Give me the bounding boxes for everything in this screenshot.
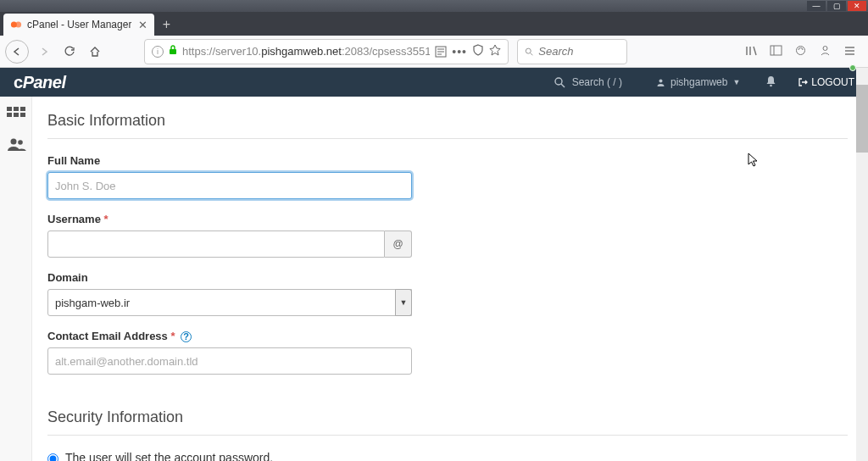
address-bar[interactable]: i https://server10.pishgamweb.net:2083/c… <box>144 39 509 64</box>
password-option-user-radio[interactable] <box>47 453 58 461</box>
help-icon[interactable]: ? <box>181 331 192 342</box>
svg-rect-24 <box>14 107 19 111</box>
cpanel-header: cPanel Search ( / ) pishgamweb ▼ LOGOUT <box>0 68 868 97</box>
search-icon <box>554 77 565 88</box>
svg-point-15 <box>823 46 827 50</box>
new-tab-button[interactable]: + <box>154 14 178 36</box>
search-icon <box>525 47 533 57</box>
url-text: https://server10.pishgamweb.net:2083/cps… <box>182 45 430 58</box>
divider <box>47 138 848 139</box>
page-actions-icon[interactable]: ••• <box>452 45 467 58</box>
svg-line-11 <box>754 47 756 55</box>
header-user-menu[interactable]: pishgamweb ▼ <box>656 76 740 88</box>
username-input[interactable] <box>47 230 385 258</box>
svg-rect-12 <box>771 46 782 55</box>
chevron-down-icon[interactable]: ▼ <box>395 289 412 316</box>
home-button[interactable] <box>85 42 105 62</box>
browser-tab-strip: cPanel - User Manager ✕ + <box>0 12 868 36</box>
svg-point-22 <box>771 84 773 86</box>
scrollbar-thumb[interactable] <box>856 85 868 153</box>
browser-nav-bar: i https://server10.pishgamweb.net:2083/c… <box>0 36 868 68</box>
bookmark-star-icon[interactable] <box>489 44 501 58</box>
chevron-down-icon: ▼ <box>732 78 740 86</box>
window-maximize-button[interactable]: ▢ <box>827 1 846 11</box>
main-content: Basic Information Full Name Username * @… <box>32 97 868 461</box>
logout-label: LOGOUT <box>811 76 854 88</box>
reader-mode-icon[interactable] <box>435 46 447 58</box>
logout-button[interactable]: LOGOUT <box>798 76 854 88</box>
site-info-icon[interactable]: i <box>152 46 164 58</box>
window-minimize-button[interactable]: — <box>807 1 826 11</box>
sidebar-icon[interactable] <box>770 44 782 59</box>
bell-icon[interactable] <box>765 75 776 90</box>
svg-rect-26 <box>7 113 12 117</box>
svg-rect-2 <box>170 49 176 54</box>
password-option-user-label: The user will set the account password. <box>65 451 273 461</box>
at-sign-button[interactable]: @ <box>385 230 412 258</box>
tab-close-icon[interactable]: ✕ <box>138 19 147 31</box>
shield-icon[interactable] <box>472 44 484 58</box>
users-icon[interactable] <box>7 137 25 153</box>
domain-label: Domain <box>47 271 412 284</box>
svg-rect-25 <box>20 107 25 111</box>
browser-search-bar[interactable] <box>517 39 627 64</box>
divider <box>47 435 848 436</box>
domain-select[interactable]: pishgam-web.ir <box>47 289 412 316</box>
full-name-input[interactable] <box>47 172 412 199</box>
window-close-button[interactable]: ✕ <box>848 1 866 11</box>
domain-value: pishgam-web.ir <box>55 297 130 309</box>
browser-tab[interactable]: cPanel - User Manager ✕ <box>3 14 154 36</box>
apps-grid-icon[interactable] <box>7 107 25 122</box>
lock-icon <box>169 45 177 58</box>
security-info-title: Security Information <box>47 408 848 426</box>
basic-info-title: Basic Information <box>47 112 848 130</box>
svg-point-1 <box>15 22 21 28</box>
tab-title: cPanel - User Manager <box>27 19 131 31</box>
svg-line-20 <box>561 84 565 87</box>
svg-rect-27 <box>14 113 19 117</box>
header-search-label: Search ( / ) <box>572 76 622 88</box>
svg-point-21 <box>659 79 663 82</box>
svg-point-19 <box>555 78 562 85</box>
account-icon[interactable] <box>819 44 832 59</box>
library-icon[interactable] <box>745 44 758 59</box>
reload-button[interactable] <box>59 42 80 62</box>
cpanel-logo[interactable]: cPanel <box>14 73 65 92</box>
svg-point-7 <box>526 48 531 53</box>
sync-icon[interactable] <box>794 44 807 59</box>
window-title-bar: — ▢ ✕ <box>0 0 868 12</box>
username-label: Username * <box>47 213 412 225</box>
email-label: Contact Email Address * ? <box>47 330 412 342</box>
logout-icon <box>798 77 808 87</box>
svg-rect-23 <box>7 107 12 111</box>
cpanel-favicon-icon <box>10 19 22 31</box>
header-username: pishgamweb <box>670 76 727 88</box>
browser-search-input[interactable] <box>538 45 620 58</box>
svg-point-29 <box>10 139 16 145</box>
svg-point-30 <box>18 140 23 145</box>
menu-icon[interactable] <box>843 44 856 59</box>
full-name-label: Full Name <box>47 154 412 167</box>
scrollbar[interactable] <box>856 68 868 461</box>
header-search[interactable]: Search ( / ) <box>554 76 622 88</box>
user-icon <box>656 78 665 87</box>
email-input[interactable] <box>47 347 412 375</box>
forward-button[interactable] <box>34 42 54 62</box>
svg-rect-28 <box>20 113 25 117</box>
left-rail <box>0 97 32 461</box>
back-button[interactable] <box>5 40 29 64</box>
svg-line-8 <box>531 53 533 55</box>
